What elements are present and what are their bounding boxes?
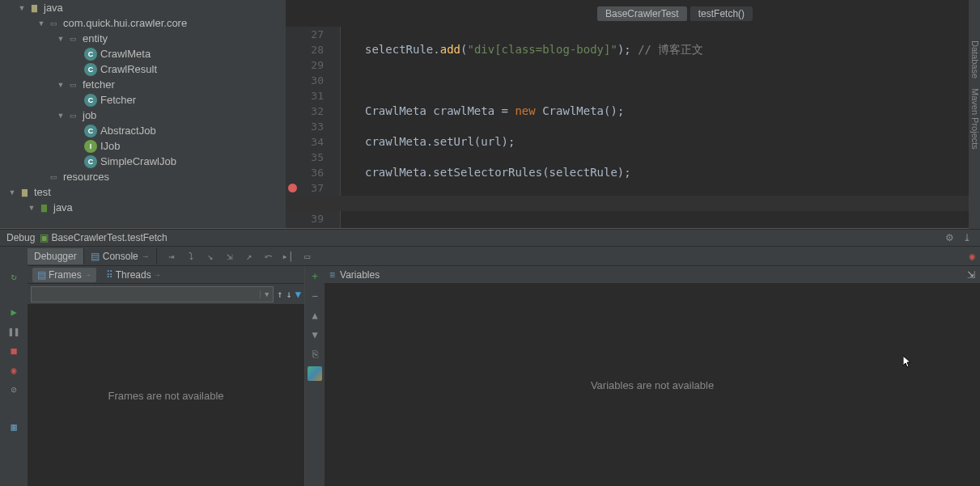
next-frame-button[interactable]: ↓ (286, 289, 292, 300)
tree-node-class[interactable]: C SimpleCrawlJob (0, 154, 286, 169)
add-watch-button[interactable]: + (308, 269, 322, 284)
download-icon[interactable]: ⤓ (961, 231, 974, 244)
step-over-button[interactable]: ⤵ (183, 248, 199, 264)
restore-layout-icon[interactable]: ⇲ (967, 269, 975, 281)
tree-node-fetcher-pkg[interactable]: ▼ ▭ fetcher (0, 77, 286, 92)
variables-empty-message: Variables are not available (325, 284, 980, 486)
class-icon: C (84, 94, 97, 107)
tab-database[interactable]: Database (969, 40, 980, 78)
drop-frame-button[interactable]: ⤺ (261, 248, 277, 264)
chevron-down-icon: ▼ (36, 19, 47, 27)
debug-title: BaseCrawlerTest.testFetch (51, 232, 167, 243)
right-tool-tabs[interactable]: Database Maven Projects (969, 0, 980, 229)
tree-label: Fetcher (100, 94, 136, 106)
debug-toolwindow-body: ↻ ▶ ❚❚ ■ ◉ ⊘ ▦ Debugger ▤ Console → ⇥ ⤵ … (0, 247, 980, 486)
run-config-icon: ▣ (40, 232, 51, 243)
layout-button[interactable]: ▦ (6, 420, 21, 434)
gear-icon[interactable]: ⚙ (943, 231, 956, 244)
folder-icon: ▇ (18, 186, 31, 199)
tab-console[interactable]: ▤ Console → (84, 248, 157, 264)
evaluate-button[interactable]: ▭ (299, 248, 316, 264)
tree-node-package[interactable]: ▼ ▭ com.quick.hui.crawler.core (0, 15, 286, 31)
class-icon: C (84, 155, 97, 168)
package-icon: ▭ (66, 78, 79, 91)
step-into-button[interactable]: ↘ (202, 248, 218, 264)
stop-button[interactable]: ■ (6, 344, 21, 358)
chevron-down-icon: ▼ (260, 290, 273, 298)
tree-label: IJob (100, 140, 121, 152)
class-icon: C (84, 63, 97, 76)
tree-node-class[interactable]: C Fetcher (0, 92, 286, 108)
tree-label: entity (83, 32, 108, 44)
prev-frame-button[interactable]: ↑ (277, 289, 282, 300)
class-icon: C (84, 48, 97, 61)
tree-node-test-java[interactable]: ▼ ▇ java (0, 200, 286, 215)
variables-panel: ≡ Variables ⇲ Variables are not availabl… (325, 266, 980, 486)
frames-tab[interactable]: ▤ Frames → (32, 268, 96, 282)
pin-icon: → (142, 251, 150, 260)
tree-label: job (83, 109, 96, 121)
show-execution-point-button[interactable]: ⇥ (163, 248, 180, 264)
rerun-button[interactable]: ↻ (6, 269, 21, 284)
tree-node-entity[interactable]: ▼ ▭ entity (0, 31, 286, 46)
tree-node-class[interactable]: C CrawlResult (0, 61, 286, 77)
console-icon: ▤ (91, 251, 100, 262)
tree-node-test[interactable]: ▼ ▇ test (0, 184, 286, 200)
frames-toolbar: ▼ ↑ ↓ ▼ (28, 284, 304, 305)
tab-maven[interactable]: Maven Projects (969, 88, 980, 150)
down-button[interactable]: ▼ (308, 328, 322, 342)
breakpoints-button[interactable]: ◉ (6, 363, 21, 378)
chevron-down-icon: ▼ (26, 204, 37, 212)
thread-dump-button[interactable]: ◉ (969, 251, 975, 262)
folder-icon: ▇ (37, 201, 50, 214)
package-icon: ▭ (66, 32, 79, 45)
code-body[interactable]: selectRule.add("div[class=blog-body]"); … (341, 27, 969, 228)
tree-node-resources[interactable]: ▭ resources (0, 169, 286, 184)
breakpoint-icon[interactable] (288, 184, 297, 192)
run-to-cursor-button[interactable]: ▸| (280, 248, 296, 264)
package-icon: ▭ (66, 109, 79, 122)
tree-node-class[interactable]: C AbstractJob (0, 123, 286, 138)
thread-selector[interactable]: ▼ (31, 286, 274, 302)
project-tree[interactable]: ▼ ▇ java ▼ ▭ com.quick.hui.crawler.core … (0, 0, 286, 228)
pin-icon: → (154, 271, 161, 279)
variables-label: Variables (340, 269, 380, 281)
show-watches-button[interactable] (308, 366, 322, 381)
threads-tab[interactable]: ⠿ Threads → (101, 268, 166, 282)
frames-panel: ▤ Frames → ⠿ Threads → ▼ ↑ (28, 266, 305, 486)
chevron-down-icon: ▼ (55, 81, 66, 89)
tab-debugger[interactable]: Debugger (28, 248, 84, 264)
resume-button[interactable]: ▶ (6, 305, 21, 319)
package-icon: ▭ (47, 17, 60, 30)
breadcrumb-class[interactable]: BaseCrawlerTest (597, 6, 687, 21)
chevron-down-icon: ▼ (55, 112, 66, 120)
copy-button[interactable]: ⎘ (308, 347, 322, 361)
tree-node-interface[interactable]: I IJob (0, 138, 286, 154)
debug-side-toolbar: ↻ ▶ ❚❚ ■ ◉ ⊘ ▦ (0, 247, 28, 486)
chevron-down-icon: ▼ (55, 35, 66, 43)
tree-node-java[interactable]: ▼ ▇ java (0, 0, 286, 15)
tree-node-class[interactable]: C CrawlMeta (0, 46, 286, 61)
tree-label: fetcher (83, 78, 115, 91)
folder-icon: ▇ (28, 2, 40, 15)
variables-icon: ≡ (329, 269, 335, 281)
tree-label: AbstractJob (100, 125, 156, 137)
mute-breakpoints-button[interactable]: ⊘ (6, 382, 21, 397)
tree-node-job-pkg[interactable]: ▼ ▭ job (0, 108, 286, 123)
code-editor[interactable]: BaseCrawlerTest testFetch() 272829303132… (286, 0, 980, 228)
debug-toolwindow-header[interactable]: Debug ▣ BaseCrawlerTest.testFetch ⚙ ⤓ (0, 229, 980, 247)
class-icon: C (84, 125, 97, 137)
filter-button[interactable]: ▼ (295, 289, 301, 300)
frames-empty-message: Frames are not available (28, 305, 304, 486)
tree-label: com.quick.hui.crawler.core (63, 17, 187, 29)
up-button[interactable]: ▲ (308, 308, 322, 323)
pause-button[interactable]: ❚❚ (6, 324, 21, 339)
breadcrumb-method[interactable]: testFetch() (690, 6, 753, 21)
breadcrumb: BaseCrawlerTest testFetch() (286, 0, 980, 27)
threads-icon: ⠿ (106, 269, 113, 281)
remove-watch-button[interactable]: − (308, 289, 322, 303)
force-step-into-button[interactable]: ⇲ (222, 248, 238, 264)
chevron-down-icon: ▼ (16, 4, 28, 12)
step-out-button[interactable]: ↗ (241, 248, 257, 264)
debug-tabs: Debugger ▤ Console → ⇥ ⤵ ↘ ⇲ ↗ ⤺ ▸| ▭ ◉ (28, 247, 980, 266)
